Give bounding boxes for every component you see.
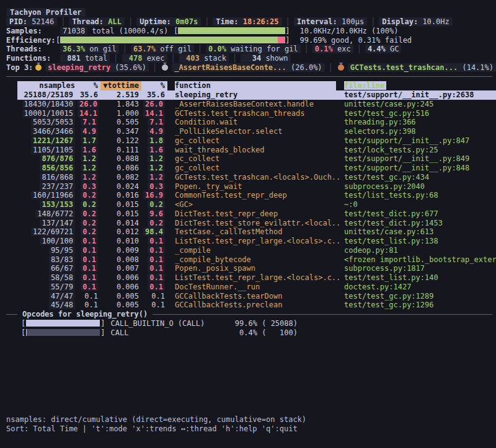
table-row[interactable]: 55/790.10.0060.1DocTestRunner.__rundocte… [6,283,496,292]
cell-nsamples: 10001/10015 [17,109,78,118]
cell-pct-direct: 0.1 [78,273,100,282]
field-separator: │ [232,54,237,63]
stat-unit: exec [142,54,164,63]
status-field-label: Display: [382,17,422,26]
column-header-function[interactable]: function [175,81,336,90]
table-row[interactable]: 95/950.10.0090.1_compilecodeop.py:81 [6,246,496,255]
field-separator: │ [371,17,375,26]
status-field-value: 0m07s [175,17,198,26]
table-row[interactable]: 66/670.10.0070.1Popen._posix_spawnsubpro… [6,264,496,273]
table-row[interactable]: 237/2370.30.0240.3Popen._try_waitsubproc… [6,182,496,191]
cell-pct-direct-value: 0.1 [81,264,98,273]
cell-pct-direct-value: 0.1 [81,246,98,255]
cell-file-line: test/support/__init__.py:847 [340,136,496,145]
table-row[interactable]: 83/830.10.0080.1_compile_bytecode<frozen… [6,255,496,264]
cell-file-line: unittest/case.py:613 [340,227,496,236]
cell-nsamples: 45/48 [17,301,78,309]
cell-pct-cumulative: 0.1 [141,301,167,309]
table-row[interactable]: 5053/50537.10.5057.1Condition.waitthread… [6,118,496,127]
table-row[interactable]: 18430/1843026.01.84326.0_AssertRaisesBas… [6,100,496,109]
cell-file-line: test/test_dict.py:1453 [340,219,496,227]
cell-pct-cumulative-value: 0.1 [148,246,165,255]
cell-pct-cumulative-value: 0.2 [148,200,165,209]
top3-label: Top 3: [6,63,34,72]
blank-area [6,337,496,415]
cell-pct-cumulative-value: 1.6 [148,146,165,154]
cell-pct-direct: 0.2 [78,191,100,200]
cell-nsamples: 83/83 [17,255,78,264]
cell-pct-cumulative: 0.1 [141,292,167,301]
stat-value: 478 [125,54,143,63]
top3-percentage: (14.1%) [458,63,494,72]
table-row[interactable]: 876/8761.20.0881.2gc_collecttest/support… [6,154,496,164]
table-row[interactable]: 816/8681.20.0821.2GCTests.test_trashcan.… [6,173,496,182]
table-row[interactable]: 122/697210.20.01298.4TestCase._callTestM… [6,227,496,237]
cell-pct-cumulative-value: 4.9 [148,127,165,136]
cell-pct-direct-value: 1.2 [81,164,98,172]
cell-function-name: Popen._try_wait [167,182,340,191]
stat-value: 4.4% [368,45,386,53]
status-field-label: Interval: [297,17,342,26]
status-field-value: ALL [108,17,122,26]
stat-unit: on gil [85,45,117,53]
table-row[interactable]: 1221/12671.70.1221.8gc_collecttest/suppo… [6,136,496,146]
status-fields: PID: 52146│Thread: ALL│Uptime: 0m07s│Tim… [6,17,453,26]
stat-value: 36.3% [63,45,85,53]
opcodes-title: Opcodes for sleeping_retry() [22,310,148,318]
field-separator: │ [198,45,202,53]
top3-percentage: (26.0%) [286,63,322,72]
nsamples-value: 95/95 [49,246,75,255]
field-separator: │ [113,54,118,63]
cell-tottime: 0.505 [100,118,141,126]
table-row[interactable]: 148/67720.20.0159.6DictTest.test_repr_de… [6,209,496,219]
table-row[interactable]: 160/119660.20.01616.9CommonTest.test_rep… [6,191,496,200]
column-header-nsamples[interactable]: nsamples [17,81,78,90]
cell-nsamples: 47/47 [17,292,78,301]
cell-pct-direct-value: 0.2 [81,209,98,218]
gold-medal-icon [35,64,42,71]
cell-file-line: test/lock_tests.py:25 [340,146,496,154]
column-header-pct-cumulative[interactable]: % [141,81,167,90]
stat-unit: waiting for gil [226,45,298,53]
cell-file-line: test/test_gc.py:516 [340,109,496,118]
column-header-file-line[interactable]: file:line [340,81,496,90]
cell-pct-cumulative: 7.1 [141,118,167,126]
cell-pct-cumulative: 1.6 [141,146,167,154]
table-row[interactable]: 856/8561.20.0861.2gc_collecttest/support… [6,164,496,173]
cell-pct-direct-value: 7.1 [81,118,98,126]
table-row[interactable]: 1105/11051.60.1111.6wait_threads_blocked… [6,145,496,154]
cell-pct-direct: 0.1 [78,301,100,309]
column-header-tottime-sorted[interactable]: ▼tottime [100,81,141,90]
cell-function-name: GCCallbackTests.preclean [167,301,340,309]
cell-tottime: 0.015 [100,200,141,209]
table-row[interactable]: ▶25188/2518935.62.51935.6sleeping_retryt… [6,90,496,100]
cell-file-line: subprocess.py:1817 [340,264,496,273]
table-row[interactable]: 45/480.10.0050.1GCCallbackTests.preclean… [6,301,496,310]
table-row[interactable]: 153/1530.20.0150.2<GC>~:0 [6,200,496,209]
cell-file-line: doctest.py:1427 [340,283,496,291]
cell-pct-cumulative: 0.1 [141,237,167,245]
cell-pct-cumulative: 26.0 [141,100,167,108]
table-row[interactable]: 47/470.10.0050.1GCCallbackTests.tearDown… [6,291,496,301]
table-row[interactable]: 100/1000.10.0100.1ListTest.test_repr_lar… [6,237,496,246]
opcode-bar-close-bracket: ] [100,319,105,328]
cell-file-line: subprocess.py:2040 [340,182,496,191]
column-header-pct-direct[interactable]: % [78,81,100,90]
stat-item: 36.3% on gil [60,45,119,53]
table-row[interactable]: 3466/34664.90.3474.9_PollLikeSelector.se… [6,127,496,136]
opcode-bar [26,329,100,336]
cell-pct-cumulative-value: 9.6 [148,209,165,218]
table-row[interactable]: 58/580.10.0060.1ListTest.test_repr_large… [6,273,496,283]
status-field-value: 18:26:25 [243,17,279,26]
cell-file-line: test/support/__init__.py:848 [340,164,496,172]
cell-function-name: GCCallbackTests.tearDown [167,292,340,301]
table-row[interactable]: 10001/1001514.11.00014.1GCTests.test_tra… [6,108,496,118]
cell-tottime: 0.347 [100,127,141,136]
table-row[interactable]: 137/1470.20.0140.2DictTest.test_store_ev… [6,218,496,227]
cell-function-name: TestCase._callTestMethod [167,227,340,236]
stat-item: 63.7% off gil [131,45,194,53]
cell-tottime: 0.082 [100,173,141,182]
status-field-label: PID: [9,17,32,26]
cell-pct-cumulative-value: 7.1 [148,118,165,126]
status-field-value: 52146 [32,17,54,26]
